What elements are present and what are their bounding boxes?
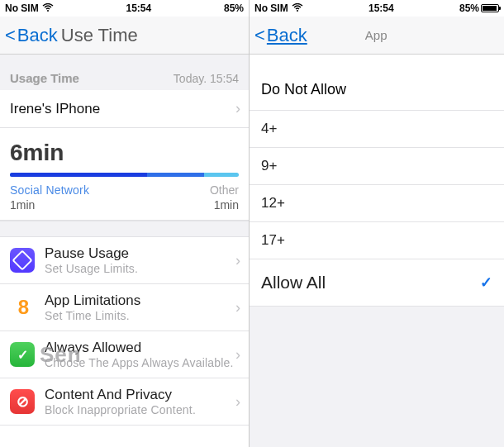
usage-bar-segment-2 (147, 173, 204, 177)
chevron-right-icon: › (235, 100, 240, 117)
menu-app-limitations[interactable]: 8 App Limitations Set Time Limits. › (0, 284, 249, 331)
option-label: 17+ (261, 232, 285, 249)
back-button[interactable]: < Back (5, 25, 58, 46)
option-allow-all[interactable]: Allow All ✓ (250, 259, 504, 307)
menu-pause-usage[interactable]: Pause Usage Set Usage Limits. › (0, 237, 249, 284)
checkmark-icon: ✓ (480, 273, 492, 292)
device-row[interactable]: Irene's IPhone › (0, 90, 249, 128)
option-12-plus[interactable]: 12+ (250, 185, 504, 222)
back-label: Back (17, 25, 58, 46)
status-bar: No SIM 15:54 85% (0, 0, 249, 17)
usage-bar (10, 173, 239, 177)
chevron-left-icon: < (5, 25, 16, 46)
option-label: 9+ (261, 158, 277, 174)
usage-header-label: Usage Time (10, 71, 79, 85)
menu-title: Content And Privacy (45, 387, 196, 403)
usage-total: 6min (10, 140, 239, 166)
chevron-right-icon: › (235, 393, 240, 411)
page-title: App (365, 28, 388, 42)
screen-app-rating: No SIM 15:54 85% < Back App Do Not Allow… (250, 0, 504, 447)
screen-use-time: No SIM 15:54 85% < Back Use Time Usage T… (0, 0, 250, 447)
battery-icon (481, 4, 499, 12)
back-label: Back (267, 25, 307, 46)
menu-sub: Set Time Limits. (45, 309, 140, 322)
category-social-label: Social Network (10, 183, 89, 197)
category-social-value: 1min (10, 198, 35, 212)
rating-options-list: Do Not Allow 4+ 9+ 12+ 17+ Allow All ✓ (250, 69, 504, 307)
menu-sub: Choose The Apps Always Available. (45, 356, 234, 369)
hourglass-icon: 8 (10, 295, 35, 320)
usage-summary: 6min Social Network Other 1min 1min (0, 128, 249, 221)
section-gap (0, 221, 249, 237)
svg-point-0 (47, 10, 49, 12)
option-do-not-allow[interactable]: Do Not Allow (250, 69, 504, 111)
option-17-plus[interactable]: 17+ (250, 222, 504, 259)
menu-text: Pause Usage Set Usage Limits. (45, 245, 138, 275)
option-9-plus[interactable]: 9+ (250, 148, 504, 185)
battery-percent: 85% (224, 2, 244, 14)
status-bar: No SIM 15:54 85% (250, 0, 504, 17)
usage-section-header: Usage Time Today. 15:54 (0, 55, 249, 90)
svg-point-1 (297, 10, 298, 12)
chevron-right-icon: › (235, 252, 240, 269)
status-carrier: No SIM (5, 2, 39, 14)
status-time: 15:54 (54, 2, 224, 14)
status-time: 15:54 (303, 2, 459, 14)
menu-always-allowed[interactable]: Always Allowed Choose The Apps Always Av… (0, 331, 249, 378)
chevron-right-icon: › (235, 346, 240, 364)
wifi-icon (42, 2, 54, 14)
option-label: Do Not Allow (261, 81, 346, 98)
status-battery: 85% (459, 2, 499, 14)
status-carrier: No SIM (254, 2, 288, 14)
nav-bar: < Back Use Time (0, 17, 249, 55)
usage-bar-segment-1 (10, 173, 147, 177)
menu-title: Pause Usage (45, 245, 138, 262)
category-other-value: 1min (214, 198, 239, 212)
menu-title: Always Allowed (45, 340, 234, 356)
menu-content-privacy[interactable]: Content And Privacy Block Inappropriate … (0, 378, 249, 426)
category-other-label: Other (210, 183, 239, 197)
menu-sub: Set Usage Limits. (45, 262, 138, 275)
option-label: Allow All (261, 273, 326, 292)
status-battery: 85% (224, 2, 244, 14)
menu-text: Always Allowed Choose The Apps Always Av… (45, 340, 234, 369)
pause-icon (10, 248, 35, 273)
chevron-right-icon: › (235, 299, 240, 316)
chevron-left-icon: < (254, 25, 265, 46)
menu-title: App Limitations (45, 292, 140, 309)
empty-area (250, 307, 504, 447)
device-name: Irene's IPhone (10, 101, 100, 117)
privacy-icon (10, 389, 35, 414)
battery-percent: 85% (459, 2, 479, 14)
nav-bar: < Back App (250, 17, 504, 55)
usage-header-date: Today. 15:54 (174, 72, 239, 85)
allowed-icon (10, 342, 35, 367)
wifi-icon (292, 2, 303, 14)
option-label: 4+ (261, 121, 277, 137)
option-label: 12+ (261, 195, 285, 212)
back-button[interactable]: < Back (254, 25, 307, 46)
menu-sub: Block Inappropriate Content. (45, 403, 196, 416)
page-title: Use Time (61, 25, 138, 46)
menu-text: App Limitations Set Time Limits. (45, 292, 140, 322)
menu-text: Content And Privacy Block Inappropriate … (45, 387, 196, 416)
option-4-plus[interactable]: 4+ (250, 111, 504, 148)
